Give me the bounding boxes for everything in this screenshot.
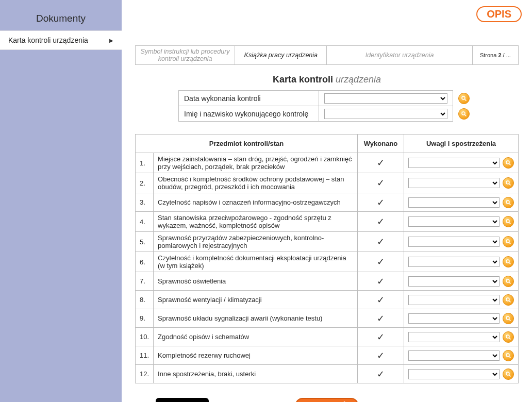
svg-line-17 [509, 282, 511, 283]
row-subject: Czytelność i kompletność dokumentacji ek… [154, 252, 358, 272]
meta-date-select[interactable] [324, 93, 447, 104]
row-subject: Sprawność oświetlenia [154, 272, 358, 291]
svg-point-24 [506, 354, 509, 357]
search-icon[interactable] [503, 197, 514, 208]
search-icon[interactable] [503, 313, 514, 324]
svg-line-1 [465, 99, 467, 100]
svg-line-11 [509, 223, 511, 224]
table-row: 10.Zgodność opisów i schematów✓ [136, 328, 519, 346]
row-number: 2. [136, 173, 154, 193]
row-remarks [404, 153, 519, 173]
search-icon[interactable] [458, 108, 470, 120]
row-number: 6. [136, 252, 154, 272]
svg-line-7 [509, 184, 511, 186]
remarks-select[interactable] [408, 295, 500, 305]
table-row: 3.Czytelność napisów i oznaczeń informac… [136, 193, 519, 212]
row-done-check: ✓ [358, 291, 404, 309]
svg-point-14 [506, 260, 509, 263]
col-remarks-header: Uwagi i spostrzeżenia [404, 135, 519, 153]
opis-button[interactable]: OPIS [476, 6, 522, 22]
svg-point-8 [506, 200, 509, 204]
row-done-check: ✓ [358, 346, 404, 365]
table-row: 11.Kompletność rezerwy ruchowej✓ [136, 346, 519, 365]
table-row: 9.Sprawność układu sygnalizacji awarii (… [136, 309, 519, 328]
search-icon[interactable] [503, 276, 514, 287]
row-number: 9. [136, 309, 154, 328]
row-remarks [404, 193, 519, 212]
search-icon[interactable] [503, 236, 514, 247]
row-number: 11. [136, 346, 154, 365]
page-title: Karta kontroli urządzenia [135, 65, 519, 90]
search-icon[interactable] [503, 256, 514, 267]
back-button[interactable]: ← Wróć [156, 398, 209, 402]
search-icon[interactable] [503, 331, 514, 343]
meta-name-select[interactable] [324, 109, 447, 119]
row-subject: Miejsce zainstalowania – stan dróg, prze… [154, 153, 358, 173]
svg-point-4 [506, 161, 509, 164]
svg-point-12 [506, 240, 509, 243]
row-remarks [404, 365, 519, 383]
search-icon[interactable] [503, 350, 514, 361]
remarks-select[interactable] [408, 369, 500, 379]
remarks-select[interactable] [408, 350, 500, 361]
row-remarks [404, 252, 519, 272]
svg-line-13 [509, 243, 511, 244]
control-table: Przedmiot kontroli/stan Wykonano Uwagi i… [135, 134, 519, 383]
remarks-select[interactable] [408, 197, 500, 208]
row-remarks [404, 173, 519, 193]
row-remarks [404, 212, 519, 232]
col-done-header: Wykonano [358, 135, 404, 153]
row-subject: Sprawność układu sygnalizacji awarii (wy… [154, 309, 358, 328]
remarks-select[interactable] [408, 158, 500, 168]
hdr-identyfikator: Identyfikator urządzenia [327, 46, 472, 65]
main-area: OPIS Symbol instrukcji lub procedury kon… [122, 0, 532, 402]
svg-point-0 [462, 96, 465, 99]
sidebar: Dokumenty Karta kontroli urządzenia ▶ [0, 0, 122, 402]
search-icon[interactable] [503, 368, 514, 380]
row-number: 10. [136, 328, 154, 346]
sidebar-item-label: Karta kontroli urządzenia [8, 36, 88, 44]
svg-point-22 [506, 335, 509, 338]
remarks-select[interactable] [408, 313, 500, 324]
row-done-check: ✓ [358, 272, 404, 291]
table-row: 4.Stan stanowiska przeciwpożarowego - zg… [136, 212, 519, 232]
row-done-check: ✓ [358, 252, 404, 272]
meta-name-label: Imię i nazwisko wykonującego kontrolę [179, 106, 319, 122]
search-icon[interactable] [503, 294, 514, 306]
remarks-select[interactable] [408, 178, 500, 188]
remarks-select[interactable] [408, 276, 500, 287]
row-remarks [404, 291, 519, 309]
svg-point-20 [506, 316, 509, 320]
search-icon[interactable] [503, 157, 514, 169]
table-row: 7.Sprawność oświetlenia✓ [136, 272, 519, 291]
svg-line-21 [509, 319, 511, 321]
search-icon[interactable] [503, 177, 514, 189]
meta-date-label: Data wykonania kontroli [179, 91, 319, 106]
svg-line-19 [509, 300, 511, 302]
remarks-select[interactable] [408, 237, 500, 247]
document-header-table: Symbol instrukcji lub procedury kontroli… [135, 45, 519, 65]
search-icon[interactable] [458, 93, 470, 104]
check-button[interactable]: SPRAWDŹ [295, 398, 359, 402]
svg-point-26 [506, 372, 509, 375]
svg-line-9 [509, 203, 511, 205]
remarks-select[interactable] [408, 332, 500, 342]
svg-line-23 [509, 338, 511, 339]
row-remarks [404, 346, 519, 365]
sidebar-title: Dokumenty [0, 0, 122, 30]
row-remarks [404, 328, 519, 346]
table-row: 5.Sprawność przyrządów zabezpieczeniowyc… [136, 232, 519, 252]
svg-line-25 [509, 356, 511, 358]
remarks-select[interactable] [408, 257, 500, 267]
caret-right-icon: ▶ [109, 38, 113, 43]
row-subject: Stan stanowiska przeciwpożarowego - zgod… [154, 212, 358, 232]
row-number: 8. [136, 291, 154, 309]
row-done-check: ✓ [358, 193, 404, 212]
svg-line-3 [465, 114, 467, 116]
remarks-select[interactable] [408, 216, 500, 227]
sidebar-item-karta-kontroli[interactable]: Karta kontroli urządzenia ▶ [0, 30, 122, 50]
hdr-symbol: Symbol instrukcji lub procedury kontroli… [136, 46, 235, 65]
search-icon[interactable] [503, 216, 514, 227]
row-remarks [404, 232, 519, 252]
row-number: 5. [136, 232, 154, 252]
